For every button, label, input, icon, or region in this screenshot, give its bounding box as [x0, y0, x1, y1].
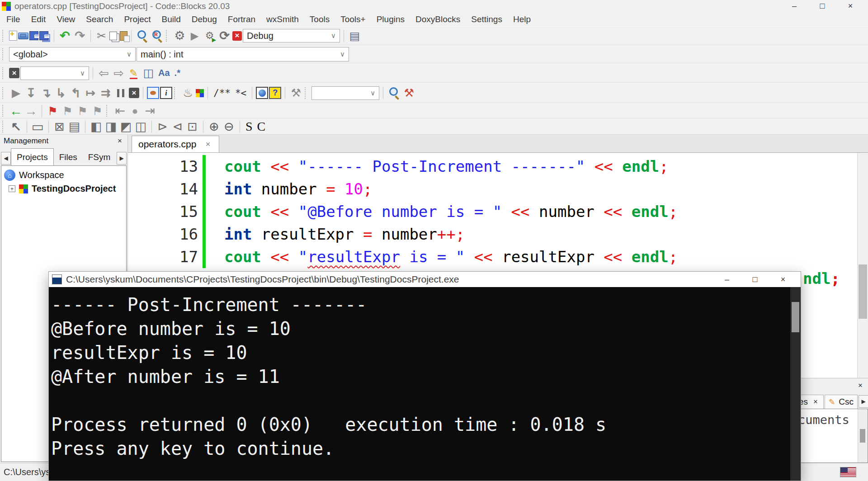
editor-scrollbar-thumb[interactable] — [859, 264, 867, 319]
menu-tools[interactable]: Tools+ — [335, 12, 371, 26]
replace-button[interactable]: R — [150, 29, 164, 43]
clear-bookmarks-button[interactable]: ⚑ — [90, 104, 104, 118]
undo-button[interactable]: ↶ — [58, 29, 72, 43]
function-select[interactable]: main() : int∨ — [137, 47, 349, 61]
prev-result-button[interactable]: ⇦ — [97, 66, 111, 80]
expand-icon[interactable]: + — [9, 185, 15, 192]
debug-info-button[interactable]: i — [160, 87, 172, 99]
wx-border-left-button[interactable]: ◧ — [89, 120, 103, 134]
build-target-select[interactable]: Debug∨ — [243, 29, 340, 42]
run-to-cursor-button[interactable]: ↧ — [24, 86, 38, 100]
zoom-out-button[interactable]: ⊖ — [222, 120, 236, 134]
doxy-run-chm-button[interactable]: ? — [269, 87, 281, 99]
keyboard-layout-flag-icon[interactable] — [840, 467, 856, 477]
management-tab-fsym[interactable]: FSym — [83, 150, 116, 165]
step-out-button[interactable]: ↰ — [69, 86, 83, 100]
menu-build[interactable]: Build — [156, 12, 186, 26]
new-file-button[interactable] — [9, 31, 17, 41]
open-file-button[interactable] — [18, 33, 28, 39]
logs-scrollbar-thumb[interactable] — [860, 429, 865, 443]
highlight-occurrences-button[interactable] — [127, 66, 141, 80]
debug-continue-button[interactable]: ▶ — [9, 86, 23, 100]
logs-tab-close-icon[interactable]: × — [811, 397, 820, 406]
editor-tab-operators[interactable]: operators.cpp × — [132, 136, 219, 152]
console-minimize-button[interactable]: – — [713, 272, 741, 287]
close-button[interactable]: × — [836, 0, 864, 14]
breakpoint-button[interactable]: ● — [128, 104, 142, 118]
wx-expand-v-button[interactable]: ⊲ — [170, 120, 184, 134]
next-instruction-button[interactable]: ↦ — [84, 86, 98, 100]
logs-scroll-right-icon[interactable]: ▶ — [859, 395, 868, 408]
editor-scrollbar[interactable] — [857, 153, 868, 378]
console-maximize-button[interactable]: □ — [741, 272, 769, 287]
search-in-files-button[interactable] — [387, 86, 401, 100]
menu-help[interactable]: Help — [508, 12, 536, 26]
next-result-button[interactable]: ⇨ — [112, 66, 126, 80]
management-tab-files[interactable]: Files — [54, 150, 83, 165]
management-tab-projects[interactable]: Projects — [11, 148, 54, 165]
step-into-button[interactable]: ↳ — [54, 86, 68, 100]
class-preview-button[interactable]: C — [255, 119, 268, 134]
step-into-instruction-button[interactable]: ⇉ — [99, 86, 113, 100]
paste-button[interactable] — [120, 31, 127, 41]
build-button[interactable]: ⚙ — [173, 29, 187, 43]
wx-border-top-button[interactable]: ◩ — [119, 120, 133, 134]
debugging-windows-button[interactable] — [147, 87, 159, 99]
regex-button[interactable]: .* — [173, 68, 182, 78]
editor-tab-close-icon[interactable]: × — [203, 139, 212, 149]
tabs-scroll-left-icon[interactable]: ◀ — [1, 152, 11, 165]
abort-button[interactable] — [232, 31, 242, 41]
tabs-scroll-right-icon[interactable]: ▶ — [117, 152, 127, 165]
incsearch-cancel-button[interactable] — [9, 68, 19, 78]
menu-plugins[interactable]: Plugins — [371, 12, 410, 26]
toggle-bookmark-button[interactable]: ⚑ — [46, 104, 60, 118]
menu-fortran[interactable]: Fortran — [222, 12, 261, 26]
doxyblocks-extract-button[interactable]: ♨ — [181, 86, 195, 100]
wx-panel-tool[interactable]: ▭ — [31, 120, 45, 134]
goto-next-change-button[interactable]: ⇥ — [143, 104, 157, 118]
menu-tools[interactable]: Tools — [304, 12, 335, 26]
logs-tab-cscope[interactable]: ✎ Csc — [825, 395, 858, 409]
wx-proportion-button[interactable]: ⊡ — [185, 120, 199, 134]
goto-prev-change-button[interactable]: ⇤ — [113, 104, 127, 118]
selected-text-only-button[interactable]: ◫ — [142, 66, 156, 80]
maximize-button[interactable]: □ — [808, 0, 836, 14]
stop-debugger-button[interactable] — [129, 88, 139, 98]
jump-back-button[interactable]: ← — [9, 104, 23, 118]
doxy-config-button[interactable]: ⚒ — [289, 86, 303, 100]
logs-close-icon[interactable]: × — [856, 381, 864, 390]
source-preview-button[interactable]: S — [244, 119, 255, 134]
menu-project[interactable]: Project — [118, 12, 156, 26]
menu-debug[interactable]: Debug — [186, 12, 222, 26]
minimize-button[interactable]: – — [780, 0, 808, 14]
menu-wxsmith[interactable]: wxSmith — [261, 12, 304, 26]
run-button[interactable]: ▶ — [188, 29, 202, 43]
save-all-button[interactable] — [39, 31, 48, 40]
compiler-settings-button[interactable]: ▤ — [348, 29, 362, 43]
next-bookmark-button[interactable]: ⚑ — [75, 104, 90, 118]
management-close-icon[interactable]: × — [116, 137, 124, 146]
wx-border-right-button[interactable]: ◨ — [104, 120, 118, 134]
break-debugger-button[interactable] — [117, 89, 124, 97]
doxy-block-comment-button[interactable]: /** — [212, 88, 232, 99]
find-button[interactable] — [135, 29, 149, 43]
console-close-button[interactable]: × — [769, 272, 797, 287]
prev-bookmark-button[interactable]: ⚑ — [61, 104, 75, 118]
scope-select[interactable]: <global>∨ — [9, 47, 136, 61]
zoom-in-button[interactable]: ⊕ — [207, 120, 221, 134]
doxy-line-comment-button[interactable]: *< — [233, 88, 248, 99]
jump-forward-button[interactable]: → — [24, 104, 38, 118]
menu-search[interactable]: Search — [80, 12, 118, 26]
tree-item-project[interactable]: + TestingDocsProject — [4, 184, 123, 194]
incsearch-input[interactable]: ∨ — [20, 66, 89, 80]
console-scrollbar[interactable] — [790, 287, 801, 481]
doxyblocks-wizard-button[interactable] — [196, 89, 204, 97]
rebuild-button[interactable]: ⟳ — [217, 29, 231, 43]
redo-button[interactable]: ↷ — [73, 29, 87, 43]
next-line-button[interactable]: ↴ — [39, 86, 53, 100]
build-and-run-button[interactable] — [203, 29, 217, 43]
match-case-button[interactable]: Aa — [156, 68, 172, 78]
wx-expand-h-button[interactable]: ⊳ — [156, 120, 170, 134]
wx-border-all-button[interactable]: ◫ — [134, 120, 148, 134]
console-window[interactable]: C:\Users\yskum\Documents\CProjects\Testi… — [48, 271, 801, 481]
